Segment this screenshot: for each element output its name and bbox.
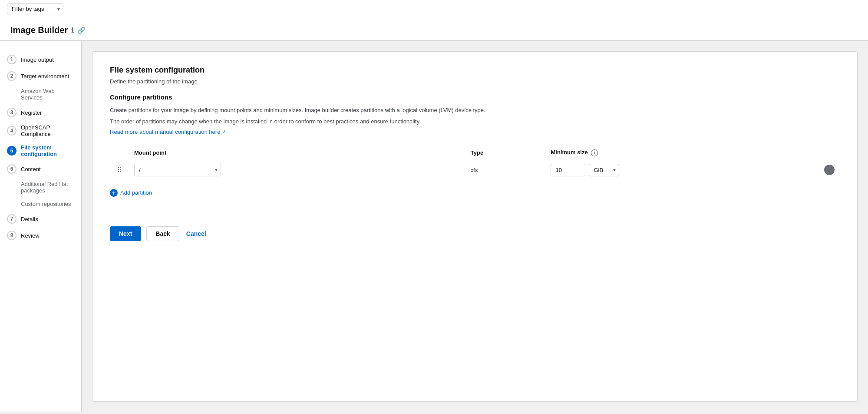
sidebar: 1Image output2Target environmentAmazon W… [0, 41, 82, 412]
type-col-header: Type [465, 146, 546, 160]
unit-select-wrap: KiBMiBGiBTiB [589, 164, 619, 176]
step-number-target-environment: 2 [7, 71, 17, 81]
sidebar-item-label-additional-packages: Additional Red Hat packages [21, 181, 74, 194]
drag-handle[interactable]: ⠿ [110, 160, 129, 180]
external-link-icon: ↗ [222, 129, 226, 135]
sidebar-item-details[interactable]: 7Details [0, 211, 81, 227]
step-number-content: 6 [7, 164, 17, 174]
min-size-info-icon[interactable]: i [591, 149, 598, 156]
page-header: Image Builder ℹ 🔗 [0, 18, 868, 41]
mount-point-col-header: Mount point [129, 146, 465, 160]
sidebar-item-label-content: Content [21, 166, 74, 172]
sidebar-item-label-image-output: Image output [21, 56, 74, 63]
content-area: File system configuration Define the par… [92, 51, 858, 402]
sidebar-item-label-openscap: OpenSCAP Compliance [21, 124, 74, 137]
page-title-row: Image Builder ℹ 🔗 [10, 25, 858, 35]
step-number-image-output: 1 [7, 55, 17, 64]
back-button[interactable]: Back [146, 226, 179, 241]
sidebar-item-label-target-environment: Target environment [21, 73, 74, 79]
filter-dropdown-wrap[interactable]: Filter by tags [7, 3, 63, 14]
step-number-review: 8 [7, 231, 17, 240]
min-size-wrap: KiBMiBGiBTiB [551, 164, 814, 176]
sidebar-item-register[interactable]: 3Register [0, 104, 81, 121]
next-button[interactable]: Next [110, 226, 141, 241]
sidebar-item-amazon-web-services[interactable]: Amazon Web Services [0, 84, 81, 104]
manual-config-link[interactable]: Read more about manual configuration her… [110, 129, 226, 135]
sidebar-item-target-environment[interactable]: 2Target environment [0, 68, 81, 84]
remove-partition-button[interactable]: − [824, 165, 835, 175]
sidebar-item-label-review: Review [21, 232, 74, 239]
add-icon: + [110, 189, 118, 197]
sidebar-item-review[interactable]: 8Review [0, 227, 81, 244]
step-number-register: 3 [7, 108, 17, 117]
section-title: File system configuration [110, 66, 840, 75]
bookmark-icon[interactable]: 🔗 [77, 26, 86, 34]
sidebar-item-content[interactable]: 6Content [0, 161, 81, 177]
cancel-button[interactable]: Cancel [185, 226, 208, 241]
mount-point-select-wrap: / [134, 164, 221, 176]
sidebar-item-label-custom-repos: Custom repositories [21, 201, 74, 207]
step-number-openscap: 4 [7, 126, 17, 136]
drag-col-header [110, 146, 129, 160]
info-text-2: The order of partitions may change when … [110, 117, 840, 126]
unit-select[interactable]: KiBMiBGiBTiB [589, 164, 619, 176]
action-col-header [819, 146, 840, 160]
mount-point-select[interactable]: / [134, 164, 221, 176]
add-partition-button[interactable]: + Add partition [110, 187, 152, 199]
type-cell: xfs [465, 160, 546, 180]
link-text: Read more about manual configuration her… [110, 129, 220, 135]
partition-table: Mount point Type Minimum size i ⠿/xfsKiB… [110, 146, 840, 180]
sidebar-item-label-register: Register [21, 109, 74, 116]
min-size-input[interactable] [551, 164, 585, 176]
step-number-file-system: 5 [7, 146, 17, 156]
configure-title: Configure partitions [110, 93, 840, 101]
filter-by-tags-select[interactable]: Filter by tags [7, 3, 63, 14]
main-container: 1Image output2Target environmentAmazon W… [0, 41, 868, 412]
top-bar: Filter by tags [0, 0, 868, 18]
sidebar-item-image-output[interactable]: 1Image output [0, 51, 81, 68]
page-title-text: Image Builder [10, 25, 68, 35]
sidebar-item-custom-repos[interactable]: Custom repositories [0, 197, 81, 211]
add-partition-label: Add partition [120, 189, 152, 196]
sidebar-item-label-file-system: File system configuration [21, 144, 74, 157]
min-size-col-header: Minimum size i [545, 146, 819, 160]
footer-buttons: Next Back Cancel [110, 216, 840, 241]
info-icon[interactable]: ℹ [71, 26, 74, 34]
sidebar-item-file-system[interactable]: 5File system configuration [0, 141, 81, 161]
info-text-1: Create partitions for your image by defi… [110, 106, 840, 115]
sidebar-item-label-details: Details [21, 216, 74, 222]
sidebar-item-additional-packages[interactable]: Additional Red Hat packages [0, 177, 81, 197]
sidebar-item-label-amazon-web-services: Amazon Web Services [21, 88, 74, 101]
drag-handle-icon: ⠿ [115, 166, 124, 174]
section-desc: Define the partitioning of the image [110, 78, 840, 85]
table-row: ⠿/xfsKiBMiBGiBTiB− [110, 160, 840, 180]
sidebar-item-openscap[interactable]: 4OpenSCAP Compliance [0, 121, 81, 141]
step-number-details: 7 [7, 214, 17, 224]
